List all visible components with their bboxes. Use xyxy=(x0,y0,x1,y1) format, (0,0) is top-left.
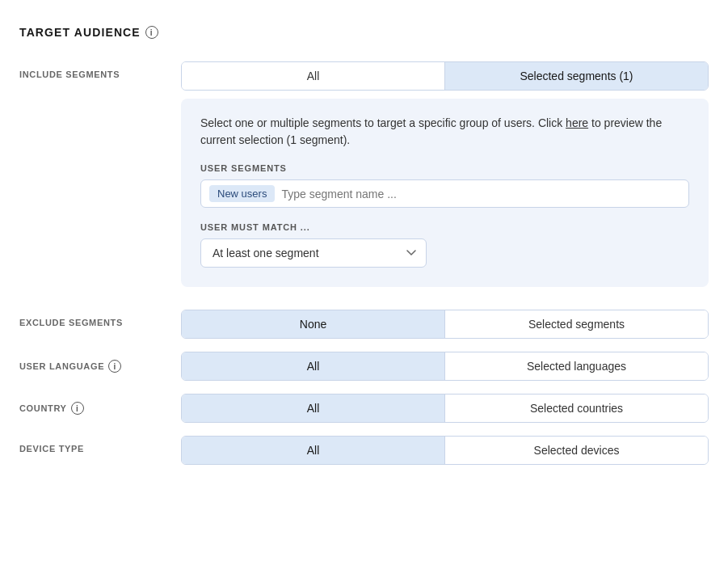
user-language-all-btn[interactable]: All xyxy=(182,352,445,380)
page-title-info-icon[interactable]: i xyxy=(145,26,158,39)
exclude-segments-label: EXCLUDE SEGMENTS xyxy=(19,310,181,327)
country-all-btn[interactable]: All xyxy=(182,394,445,422)
exclude-segments-toggle: None Selected segments xyxy=(181,310,709,339)
user-language-row: USER LANGUAGE i All Selected languages xyxy=(19,352,709,381)
user-segments-label: USER SEGMENTS xyxy=(200,163,689,173)
device-type-all-btn[interactable]: All xyxy=(182,437,445,464)
page-title-text: TARGET AUDIENCE xyxy=(19,26,141,39)
device-type-selected-btn[interactable]: Selected devices xyxy=(445,437,708,464)
user-must-match-select[interactable]: At least one segment All segments xyxy=(200,238,427,268)
device-type-row: DEVICE TYPE All Selected devices xyxy=(19,436,709,465)
include-segments-all-btn[interactable]: All xyxy=(182,62,445,90)
user-language-label: USER LANGUAGE i xyxy=(19,352,181,373)
user-language-info-icon[interactable]: i xyxy=(108,360,121,373)
include-segments-label: INCLUDE SEGMENTS xyxy=(19,61,181,79)
segment-panel-link[interactable]: here xyxy=(566,116,588,129)
exclude-segments-none-btn[interactable]: None xyxy=(182,310,445,338)
include-segments-selected-btn[interactable]: Selected segments (1) xyxy=(445,62,708,90)
country-info-icon[interactable]: i xyxy=(71,402,84,415)
include-segments-toggle: All Selected segments (1) xyxy=(181,61,709,91)
exclude-segments-selected-btn[interactable]: Selected segments xyxy=(445,310,708,338)
country-row: COUNTRY i All Selected countries xyxy=(19,394,709,423)
device-type-toggle: All Selected devices xyxy=(181,436,709,465)
user-language-toggle: All Selected languages xyxy=(181,352,709,381)
include-segments-row: INCLUDE SEGMENTS All Selected segments (… xyxy=(19,61,709,300)
exclude-segments-row: EXCLUDE SEGMENTS None Selected segments xyxy=(19,310,709,339)
country-toggle: All Selected countries xyxy=(181,394,709,423)
country-selected-btn[interactable]: Selected countries xyxy=(445,394,708,422)
segment-tag-input[interactable]: New users xyxy=(200,179,689,208)
segment-tag[interactable]: New users xyxy=(209,185,275,202)
segment-panel-desc: Select one or multiple segments to targe… xyxy=(200,115,689,149)
segment-panel: Select one or multiple segments to targe… xyxy=(181,99,709,287)
segment-name-input[interactable] xyxy=(281,188,680,200)
device-type-label: DEVICE TYPE xyxy=(19,436,181,454)
page-title: TARGET AUDIENCE i xyxy=(19,26,709,39)
country-label: COUNTRY i xyxy=(19,394,181,415)
user-must-match-label: USER MUST MATCH ... xyxy=(200,222,689,232)
user-language-selected-btn[interactable]: Selected languages xyxy=(445,352,708,380)
